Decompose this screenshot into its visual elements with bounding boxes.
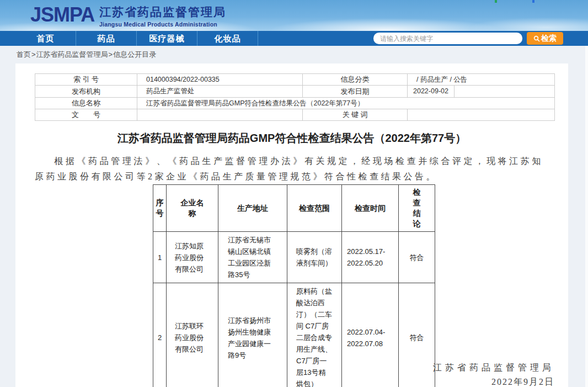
- cell-time: 2022.07.04-2022.07.08: [342, 283, 399, 387]
- search-button[interactable]: 检索: [527, 32, 563, 45]
- signature-date: 2022年9月2日: [433, 375, 554, 387]
- scrollbar[interactable]: [585, 46, 588, 387]
- breadcrumb-separator: >: [31, 50, 36, 59]
- col-header-company: 企业名称: [167, 185, 218, 232]
- breadcrumb-bar: 首页>江苏省药品监督管理局>信息公开目录: [0, 46, 588, 63]
- blue-dot: [532, 0, 534, 3]
- cell-time: 2022.05.17-2022.05.20: [342, 232, 399, 283]
- document-meta-table: 索 引 号 014000394/2022-00335 信息分类 / 药品生产 /…: [35, 73, 555, 121]
- nav-item-home[interactable]: 首页: [15, 31, 76, 46]
- meta-row-name: 信息名称 江苏省药品监督管理局药品GMP符合性检查结果公告（2022年第77号）: [35, 98, 555, 109]
- cell-company: 江苏联环药业股份有限公司: [167, 283, 218, 387]
- page-title: 江苏省药品监督管理局药品GMP符合性检查结果公告（2022年第77号）: [15, 131, 568, 146]
- cell-conclusion: 符合: [399, 283, 435, 387]
- nav-item-cosmetics[interactable]: 化妆品: [197, 31, 258, 46]
- signature-org: 江苏省药品监督管理局: [433, 361, 554, 375]
- signature-block: 江苏省药品监督管理局 2022年9月2日: [433, 361, 554, 387]
- org-name-cn: 江苏省药品监督管理局: [99, 4, 226, 20]
- col-header-conclusion: 检查结论: [399, 185, 435, 232]
- meta-docno-label: 文 号: [35, 109, 137, 121]
- meta-keyword-label: 关 键 词: [303, 109, 408, 121]
- breadcrumb-home[interactable]: 首页: [17, 50, 31, 59]
- cell-address: 江苏省无锡市锡山区锡北镇工业园区泾新路35号: [218, 232, 287, 283]
- search-input[interactable]: [373, 33, 522, 44]
- cell-conclusion: 符合: [399, 232, 435, 283]
- org-name-block: 江苏省药品监督管理局 Jiangsu Medical Products Admi…: [99, 4, 226, 28]
- cell-seq: 2: [153, 283, 167, 387]
- meta-row-docno: 文 号 关 键 词: [35, 109, 555, 121]
- meta-category-label: 信息分类: [303, 74, 408, 86]
- nav-item-medical-devices[interactable]: 医疗器械: [137, 31, 197, 46]
- meta-date-label: 发布日期: [303, 86, 408, 98]
- meta-date-value: 2022-09-02: [408, 86, 455, 97]
- table-row: 1 江苏知原药业股份有限公司 江苏省无锡市锡山区锡北镇工业园区泾新路35号 喷雾…: [153, 232, 435, 283]
- cell-scope: 喷雾剂（溶液剂车间）: [287, 232, 342, 283]
- col-header-scope: 检查范围: [287, 185, 342, 232]
- gmp-results-table: 序号 企业名称 生产地址 检查范围 检查时间 检查结论 1 江苏知原药业股份有限…: [153, 184, 435, 387]
- meta-category-value: / 药品生产 / 公告: [408, 74, 555, 86]
- search-icon: [533, 35, 540, 42]
- breadcrumb-org[interactable]: 江苏省药品监督管理局: [36, 50, 108, 59]
- content-panel: 索 引 号 014000394/2022-00335 信息分类 / 药品生产 /…: [15, 63, 568, 387]
- main-nav: 首页 药品 医疗器械 化妆品 检索: [0, 31, 588, 46]
- col-header-address: 生产地址: [218, 185, 287, 232]
- article-paragraph: 根据《药品管理法》、《药品生产监督管理办法》有关规定，经现场检查并综合评定，现将…: [35, 153, 543, 184]
- breadcrumb: 首页>江苏省药品监督管理局>信息公开目录: [17, 46, 156, 63]
- meta-docno-value: [137, 109, 303, 121]
- breadcrumb-separator: >: [109, 50, 113, 59]
- jsmpa-logo: JSMPA: [30, 3, 94, 26]
- green-dot: [495, 0, 497, 3]
- cell-scope: 原料药（盐酸达泊西汀）（二车间 C7厂房二层合成专用生产线、C7厂房一层13号精…: [287, 283, 342, 387]
- col-header-time: 检查时间: [342, 185, 399, 232]
- breadcrumb-current: 信息公开目录: [113, 50, 156, 59]
- meta-row-index: 索 引 号 014000394/2022-00335 信息分类 / 药品生产 /…: [35, 74, 555, 86]
- meta-keyword-value: [408, 109, 555, 121]
- meta-name-value: 江苏省药品监督管理局药品GMP符合性检查结果公告（2022年第77号）: [137, 98, 555, 109]
- search-button-label: 检索: [541, 34, 557, 44]
- results-header-row: 序号 企业名称 生产地址 检查范围 检查时间 检查结论: [153, 185, 435, 232]
- col-header-seq: 序号: [153, 185, 167, 232]
- meta-agency-value: 药品生产监管处: [137, 86, 303, 98]
- meta-index-label: 索 引 号: [35, 74, 137, 86]
- nav-item-drugs[interactable]: 药品: [76, 31, 137, 46]
- meta-name-label: 信息名称: [35, 98, 137, 109]
- org-name-en: Jiangsu Medical Products Administration: [99, 21, 226, 28]
- table-row: 2 江苏联环药业股份有限公司 江苏省扬州市扬州生物健康产业园健康一路9号 原料药…: [153, 283, 435, 387]
- cell-company: 江苏知原药业股份有限公司: [167, 232, 218, 283]
- meta-agency-label: 发布机构: [35, 86, 137, 98]
- cell-seq: 1: [153, 232, 167, 283]
- site-header: JSMPA 江苏省药品监督管理局 Jiangsu Medical Product…: [0, 0, 588, 31]
- meta-row-agency: 发布机构 药品生产监管处 发布日期 2022-09-02: [35, 86, 555, 98]
- cell-address: 江苏省扬州市扬州生物健康产业园健康一路9号: [218, 283, 287, 387]
- meta-index-value: 014000394/2022-00335: [137, 74, 303, 86]
